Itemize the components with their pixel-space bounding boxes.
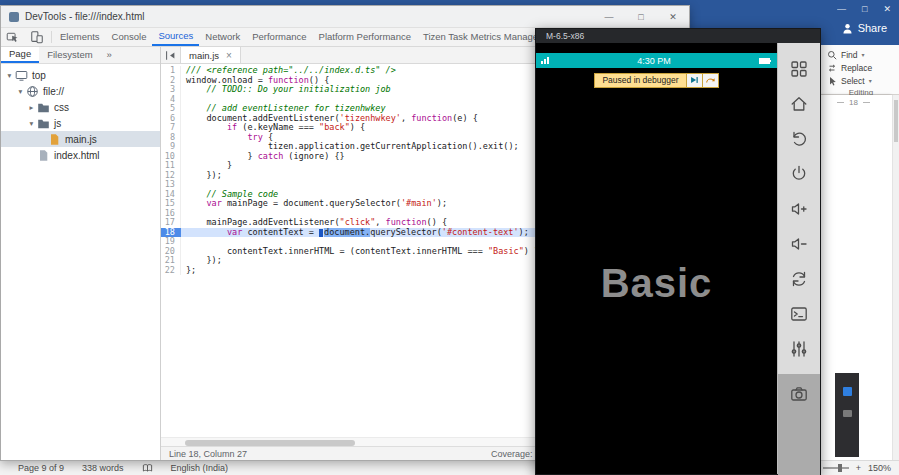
replace-label: Replace — [841, 63, 872, 73]
camera-icon — [789, 384, 809, 404]
grid-icon — [789, 59, 809, 79]
back-icon — [789, 129, 809, 149]
tree-item-file[interactable]: ▾file:// — [1, 83, 160, 99]
paused-in-debugger-banner: Paused in debugger — [536, 68, 777, 92]
emulator-button-volume-down[interactable] — [789, 234, 809, 254]
navigator-tabs: Page Filesystem » — [1, 47, 160, 64]
select-label: Select — [841, 76, 865, 86]
emulator-button-power[interactable] — [789, 164, 809, 184]
emulator-button-volume-up[interactable] — [789, 199, 809, 219]
devtools-tab-tizen-task-metrics-manager[interactable]: Tizen Task Metrics Manager — [417, 28, 547, 46]
devtools-tab-console[interactable]: Console — [106, 28, 153, 46]
devtools-maximize-button[interactable]: □ — [625, 6, 657, 27]
sliders-icon — [789, 339, 809, 359]
tree-item-top[interactable]: ▾top — [1, 67, 160, 83]
word-scrollbar-thumb[interactable] — [894, 100, 898, 142]
find-label: Find — [841, 50, 858, 60]
devtools-window-controls: — □ ✕ — [593, 6, 689, 27]
device-toolbar-button[interactable] — [25, 28, 49, 46]
zoom-slider-knob[interactable] — [838, 464, 842, 472]
ruler-mark-label: 18 — [849, 98, 858, 107]
tree-item-js[interactable]: ▾js — [1, 115, 160, 131]
word-close-button[interactable]: ✕ — [883, 4, 891, 14]
word-maximize-button[interactable]: □ — [862, 4, 867, 14]
select-button[interactable]: Select ▾ — [827, 74, 895, 87]
word-status-zoom: + 150% — [823, 463, 899, 473]
tab-filesystem[interactable]: Filesystem — [39, 47, 100, 63]
tree-item-main-js[interactable]: main.js — [1, 131, 160, 147]
embedded-image-gray-icon — [843, 410, 852, 417]
tree-item-label: file:// — [43, 86, 64, 97]
devtools-tab-performance[interactable]: Performance — [246, 28, 312, 46]
find-button[interactable]: Find ▾ — [827, 48, 895, 61]
emulator-button-rotate[interactable] — [789, 269, 809, 289]
share-button[interactable]: Share — [842, 22, 887, 34]
devtools-minimize-button[interactable]: — — [593, 6, 625, 27]
language-indicator[interactable]: English (India) — [171, 463, 229, 473]
tree-item-label: main.js — [65, 134, 97, 145]
battery-icon — [759, 58, 770, 64]
proofing-book-icon[interactable] — [142, 463, 153, 473]
select-cursor-icon — [827, 76, 837, 86]
clock-label: 4:30 PM — [549, 56, 759, 66]
emulator-window-title: M-6.5-x86 — [546, 31, 584, 41]
volume-up-icon — [789, 199, 809, 219]
ruler-tick — [837, 102, 844, 103]
home-icon — [789, 94, 809, 114]
scrollbar-thumb[interactable] — [185, 440, 355, 446]
tree-item-css[interactable]: ▸css — [1, 99, 160, 115]
expand-arrow-icon: ▸ — [27, 103, 36, 112]
desktop: — □ ✕ Share Find ▾ — [0, 0, 899, 475]
close-tab-icon[interactable]: × — [226, 50, 232, 61]
emulator-button-home[interactable] — [789, 94, 809, 114]
emulator-button-back[interactable] — [789, 129, 809, 149]
emulator-button-camera[interactable] — [789, 384, 809, 404]
zoom-slider[interactable] — [823, 467, 849, 469]
resume-script-button[interactable] — [687, 73, 703, 88]
devtools-tab-elements[interactable]: Elements — [54, 28, 106, 46]
find-icon — [827, 50, 837, 60]
word-status-left: Page 9 of 9 338 words English (India) — [0, 463, 228, 473]
emulator-button-grid[interactable] — [789, 59, 809, 79]
more-tabs-button[interactable]: » — [103, 47, 116, 63]
page-count-indicator[interactable]: Page 9 of 9 — [18, 463, 64, 473]
editor-tab-main-js[interactable]: main.js × — [181, 47, 241, 63]
replace-button[interactable]: Replace — [827, 61, 895, 74]
step-over-button[interactable] — [703, 73, 719, 88]
paused-label: Paused in debugger — [594, 73, 686, 88]
embedded-image — [835, 373, 859, 457]
word-scrollbar[interactable] — [892, 95, 899, 460]
devtools-tabs: ElementsConsoleSourcesNetworkPerformance… — [54, 28, 594, 46]
word-count-indicator[interactable]: 338 words — [82, 463, 124, 473]
globe-icon — [26, 85, 39, 98]
zoom-level-button[interactable]: 150% — [868, 463, 891, 473]
ruler-tick — [863, 102, 870, 103]
embedded-image-blue-icon — [843, 387, 852, 396]
emulator-button-sliders[interactable] — [789, 339, 809, 359]
devtools-tab-network[interactable]: Network — [199, 28, 246, 46]
emulator-button-shell[interactable] — [789, 304, 809, 324]
devtools-tab-sources[interactable]: Sources — [152, 28, 199, 46]
tree-item-index-html[interactable]: index.html — [1, 147, 160, 163]
devtools-tab-platform-performance[interactable]: Platform Performance — [313, 28, 417, 46]
emulator-panel-footer — [778, 374, 820, 475]
line-number[interactable]: 22 — [161, 266, 181, 276]
content-text-label: Basic — [601, 261, 713, 306]
tab-page[interactable]: Page — [1, 47, 39, 63]
devtools-close-button[interactable]: ✕ — [657, 6, 689, 27]
volume-down-icon — [789, 234, 809, 254]
toggle-navigator-button[interactable] — [161, 47, 181, 63]
emulator-body: 4:30 PM Paused in debugger — [536, 43, 820, 474]
word-minimize-button[interactable]: — — [837, 4, 846, 14]
inspect-element-button[interactable] — [1, 28, 25, 46]
tree-item-label: top — [32, 70, 46, 81]
frame-icon — [15, 69, 28, 82]
devtools-app-icon — [9, 12, 19, 22]
zoom-in-button[interactable]: + — [856, 463, 861, 473]
chevron-down-icon: ▾ — [862, 51, 865, 58]
power-icon — [789, 164, 809, 184]
emulator-control-panel — [777, 43, 820, 474]
sources-navigator: Page Filesystem » ▾top▾file://▸css▾jsmai… — [1, 47, 161, 460]
cursor-position-label: Line 18, Column 27 — [161, 449, 247, 459]
file-icon — [37, 149, 50, 162]
